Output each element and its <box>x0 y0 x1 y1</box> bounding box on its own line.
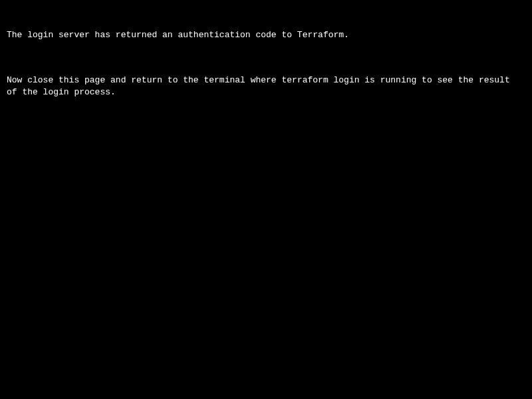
auth-callback-message: The login server has returned an authent… <box>7 5 525 111</box>
auth-instruction-line: Now close this page and return to the te… <box>7 74 525 98</box>
auth-success-line: The login server has returned an authent… <box>7 29 525 41</box>
